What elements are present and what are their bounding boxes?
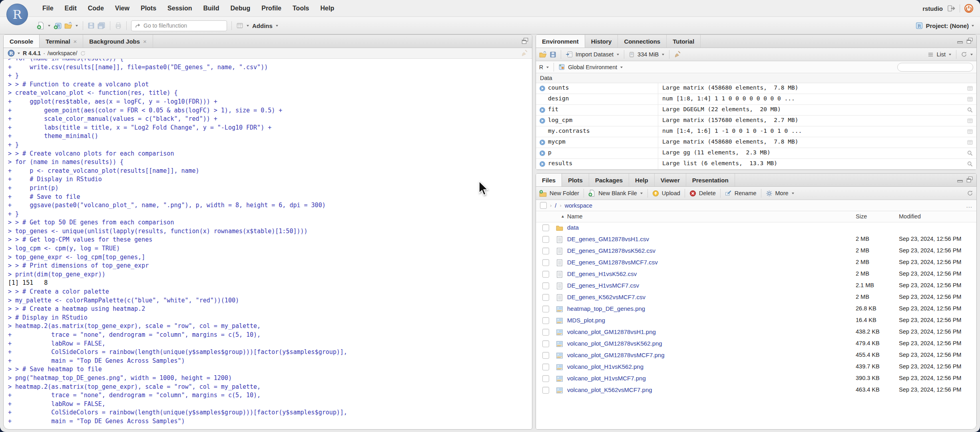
file-checkbox[interactable] — [542, 306, 549, 312]
new-folder-icon[interactable] — [539, 190, 547, 197]
file-checkbox[interactable] — [542, 271, 549, 278]
console-output-area[interactable]: > for (name in names(results)) {+ write.… — [4, 59, 532, 429]
file-name-link[interactable]: DE_genes_H1vsMCF7.csv — [567, 282, 639, 289]
open-file-caret-icon[interactable] — [75, 24, 78, 27]
file-row-volcano-plot-h1vsmcf7-png[interactable]: volcano_plot_H1vsMCF7.png 390.3 KB Sep 2… — [536, 373, 976, 385]
column-header-name[interactable]: Name — [567, 213, 583, 220]
rename-icon[interactable] — [725, 190, 732, 197]
console-tab-background-jobs[interactable]: Background Jobs× — [83, 35, 153, 48]
files-tab-viewer[interactable]: Viewer — [655, 174, 686, 186]
environment-object-row-mycpm[interactable]: mycpm Large matrix (458680 elements, 7.8… — [536, 137, 976, 148]
r-version-caret-icon[interactable] — [17, 52, 20, 55]
save-icon[interactable] — [88, 22, 95, 29]
file-checkbox[interactable] — [542, 259, 549, 266]
import-caret-icon[interactable] — [616, 53, 619, 56]
files-tab-plots[interactable]: Plots — [562, 174, 589, 186]
environment-tab-environment[interactable]: Environment — [536, 35, 585, 48]
view-table-icon[interactable] — [967, 128, 973, 135]
file-row-de-genes-gm12878vsmcf7-csv[interactable]: DE_genes_GM12878vsMCF7.csv 2 MB Sep 23, … — [536, 257, 976, 269]
file-row-mds-plot-png[interactable]: MDS_plot.png 16.4 KB Sep 23, 2024, 12:56… — [536, 315, 976, 327]
inspect-object-icon[interactable] — [967, 107, 973, 113]
expand-object-icon[interactable] — [539, 118, 546, 124]
file-checkbox[interactable] — [542, 294, 549, 301]
scope-caret-icon[interactable] — [620, 66, 623, 69]
expand-object-icon[interactable] — [539, 85, 546, 92]
file-checkbox[interactable] — [542, 387, 549, 394]
environment-search-input[interactable] — [903, 64, 973, 70]
menu-code[interactable]: Code — [82, 5, 110, 12]
file-name-link[interactable]: DE_genes_GM12878vsH1.csv — [567, 236, 649, 242]
file-name-link[interactable]: DE_genes_H1vsK562.csv — [567, 270, 637, 277]
new-blank-file-icon[interactable] — [588, 190, 596, 197]
file-name-link[interactable]: volcano_plot_GM12878vsK562.png — [567, 340, 662, 347]
new-folder-button[interactable]: New Folder — [550, 190, 579, 196]
file-name-link[interactable]: data — [567, 224, 579, 231]
view-table-icon[interactable] — [967, 96, 973, 102]
breadcrumb-root[interactable]: / — [555, 202, 556, 209]
file-name-link[interactable]: volcano_plot_K562vsMCF7.png — [567, 386, 652, 393]
more-button[interactable]: More — [775, 190, 789, 196]
compile-grid-icon[interactable] — [236, 22, 243, 29]
memory-caret-icon[interactable] — [661, 53, 665, 56]
environment-tab-tutorial[interactable]: Tutorial — [667, 35, 701, 48]
refresh-environment-icon[interactable] — [961, 51, 967, 58]
file-name-link[interactable]: volcano_plot_H1vsK562.png — [567, 363, 643, 370]
power-icon[interactable] — [964, 4, 974, 13]
inspect-object-icon[interactable] — [967, 161, 973, 167]
refresh-caret-icon[interactable] — [970, 53, 973, 56]
file-name-link[interactable]: DE_genes_K562vsMCF7.csv — [567, 294, 645, 300]
minimize-pane-icon[interactable] — [956, 37, 964, 44]
file-row-de-genes-gm12878vsk562-csv[interactable]: DE_genes_GM12878vsK562.csv 2 MB Sep 23, … — [536, 246, 976, 257]
file-checkbox[interactable] — [542, 236, 549, 243]
view-table-icon[interactable] — [967, 118, 973, 124]
file-row-volcano-plot-gm12878vsh1-png[interactable]: volcano_plot_GM12878vsH1.png 438.2 KB Se… — [536, 327, 976, 338]
menu-help[interactable]: Help — [315, 5, 340, 12]
new-file-icon[interactable] — [37, 22, 45, 30]
refresh-files-icon[interactable] — [967, 190, 973, 196]
breadcrumb-workspace[interactable]: workspace — [565, 202, 592, 209]
load-workspace-icon[interactable] — [539, 51, 547, 58]
more-caret-icon[interactable] — [791, 192, 795, 195]
list-view-caret-icon[interactable] — [948, 53, 952, 56]
sign-out-icon[interactable] — [947, 4, 956, 13]
environment-search-box[interactable] — [897, 63, 973, 72]
file-checkbox[interactable] — [542, 248, 549, 254]
file-row-de-genes-k562vsmcf7-csv[interactable]: DE_genes_K562vsMCF7.csv 2 MB Sep 23, 202… — [536, 292, 976, 304]
environment-object-row-log-cpm[interactable]: log_cpm Large matrix (157680 elements, 2… — [536, 116, 976, 126]
list-view-button[interactable]: List — [936, 51, 946, 58]
rename-button[interactable]: Rename — [735, 190, 757, 196]
console-tab-close-icon[interactable]: × — [74, 38, 77, 45]
r-version-icon[interactable] — [8, 50, 15, 57]
file-checkbox[interactable] — [542, 282, 549, 289]
new-file-caret-icon[interactable] — [48, 24, 51, 27]
delete-button[interactable]: Delete — [699, 190, 716, 196]
file-checkbox[interactable] — [542, 364, 549, 370]
menu-tools[interactable]: Tools — [287, 5, 315, 12]
delete-icon[interactable] — [689, 190, 696, 197]
clear-environment-broom-icon[interactable] — [674, 51, 681, 58]
file-name-link[interactable]: DE_genes_GM12878vsK562.csv — [567, 247, 655, 254]
file-name-link[interactable]: DE_genes_GM12878vsMCF7.csv — [567, 259, 658, 266]
file-name-link[interactable]: volcano_plot_GM12878vsMCF7.png — [567, 352, 664, 358]
files-tab-files[interactable]: Files — [536, 174, 562, 186]
environment-tab-history[interactable]: History — [585, 35, 618, 48]
menu-view[interactable]: View — [110, 5, 135, 12]
file-row-heatmap-top-de-genes-png[interactable]: heatmap_top_DE_genes.png 26.8 KB Sep 23,… — [536, 304, 976, 315]
minimize-pane-icon[interactable] — [956, 176, 964, 183]
expand-object-icon[interactable] — [539, 161, 546, 167]
environment-object-row-my-contrasts[interactable]: my.contrasts num [1:4, 1:6] 1 -1 0 0 1 0… — [536, 126, 976, 137]
file-checkbox[interactable] — [542, 329, 549, 336]
menu-debug[interactable]: Debug — [225, 5, 256, 12]
file-checkbox[interactable] — [542, 317, 549, 324]
file-name-link[interactable]: MDS_plot.png — [567, 317, 605, 324]
column-header-modified[interactable]: Modified — [899, 213, 921, 220]
breadcrumb-more-button[interactable]: ... — [966, 202, 972, 209]
menu-edit[interactable]: Edit — [59, 5, 82, 12]
new-blank-file-button[interactable]: New Blank File — [598, 190, 637, 196]
menu-plots[interactable]: Plots — [135, 5, 162, 12]
file-row-volcano-plot-k562vsmcf7-png[interactable]: volcano_plot_K562vsMCF7.png 463.4 KB Sep… — [536, 385, 976, 396]
menu-file[interactable]: File — [37, 5, 59, 12]
view-table-icon[interactable] — [967, 85, 973, 92]
maximize-pane-icon[interactable] — [966, 176, 973, 183]
expand-object-icon[interactable] — [539, 107, 546, 113]
